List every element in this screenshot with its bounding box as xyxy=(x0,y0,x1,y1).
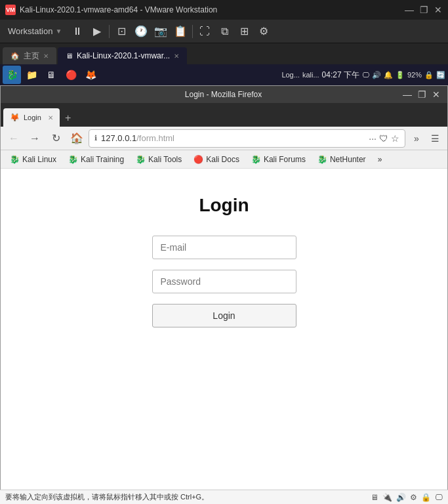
system-time: 04:27 下午 xyxy=(322,70,359,81)
kali-terminal-button[interactable]: 🖥 xyxy=(42,66,60,84)
forward-button[interactable]: → xyxy=(26,129,44,148)
ellipsis-btn[interactable]: ··· xyxy=(369,133,377,144)
kali-training-bm-label: Kali Training xyxy=(81,155,124,164)
more-button[interactable]: ⚙ xyxy=(255,22,273,41)
bookmark-kali-linux[interactable]: 🐉 Kali Linux xyxy=(5,154,62,165)
manage-snapshots-button[interactable]: 📷 xyxy=(152,22,170,41)
vmware-tabs: 🏠 主页 ✕ 🖥 Kali-Linux-2020.1-vmwar... ✕ xyxy=(0,43,448,64)
web-content: Login Login xyxy=(1,169,447,490)
bookmark-star[interactable]: ☆ xyxy=(391,133,399,144)
clone-button[interactable]: 📋 xyxy=(171,22,190,41)
firefox-restore[interactable]: ❐ xyxy=(416,89,428,100)
titlebar-controls: — ❐ ✕ xyxy=(405,5,443,14)
battery-icon: 🔋 xyxy=(396,71,405,79)
address-extra-icons: ··· 🛡 ☆ xyxy=(369,133,399,144)
nav-extra-buttons: » ☰ xyxy=(408,130,443,147)
kali-forums-bm-icon: 🐉 xyxy=(251,155,261,164)
kali-tools-bm-label: Kali Tools xyxy=(148,155,182,164)
status-display-icon: 🖵 xyxy=(435,493,443,502)
settings-button[interactable]: ⊞ xyxy=(235,22,253,41)
kali-linux-bm-label: Kali Linux xyxy=(22,155,56,164)
login-button[interactable]: Login xyxy=(152,304,296,327)
toolbar-sep-1 xyxy=(109,25,110,38)
minimize-button[interactable]: — xyxy=(405,5,414,14)
restore-button[interactable]: ❐ xyxy=(419,5,428,14)
login-heading: Login xyxy=(199,195,249,216)
nethunter-bm-label: NetHunter xyxy=(330,155,366,164)
hamburger-menu[interactable]: ☰ xyxy=(426,130,443,147)
firefox-tab-login[interactable]: 🦊 Login ✕ xyxy=(3,108,60,127)
email-input[interactable] xyxy=(152,236,296,259)
refresh-icon: 🔄 xyxy=(436,71,445,79)
kali-tab-icon: 🖥 xyxy=(66,52,73,60)
vmware-tab-home[interactable]: 🏠 主页 ✕ xyxy=(3,47,56,64)
kali-tab-close[interactable]: ✕ xyxy=(174,52,179,60)
pause-button[interactable]: ⏸ xyxy=(68,22,87,41)
login-tab-title: Login xyxy=(24,114,41,121)
reload-button[interactable]: ↻ xyxy=(47,129,65,148)
kali-training-bm-icon: 🐉 xyxy=(68,155,78,164)
firefox-titlebar: Login - Mozilla Firefox — ❐ ✕ xyxy=(1,86,447,103)
fullscreen-button[interactable]: ⛶ xyxy=(195,22,214,41)
kali-red-icon[interactable]: 🔴 xyxy=(62,66,80,84)
nethunter-bm-icon: 🐉 xyxy=(317,155,327,164)
snapshot-button[interactable]: 🕐 xyxy=(132,22,150,41)
unity-button[interactable]: ⧉ xyxy=(215,22,234,41)
home-tab-close[interactable]: ✕ xyxy=(43,52,49,60)
home-tab-label: 主页 xyxy=(24,51,39,62)
new-tab-button[interactable]: + xyxy=(60,110,76,127)
login-tab-close[interactable]: ✕ xyxy=(48,114,53,121)
kali-menu-button[interactable]: 🐉 xyxy=(3,66,21,84)
address-protocol: 127.0.0.1 xyxy=(101,133,136,143)
bookmarks-bar: 🐉 Kali Linux 🐉 Kali Training 🐉 Kali Tool… xyxy=(1,150,447,169)
more-bookmarks-button[interactable]: » xyxy=(373,154,388,165)
vmware-tab-kali[interactable]: 🖥 Kali-Linux-2020.1-vmwar... ✕ xyxy=(58,47,187,64)
status-audio-icon: 🔊 xyxy=(396,493,406,502)
taskbar-right: Log... kali... 04:27 下午 🖵 🔊 🔔 🔋 92% 🔒 🔄 xyxy=(281,70,445,81)
address-bar[interactable]: ℹ 127.0.0.1/form.html ··· 🛡 ☆ xyxy=(89,129,405,148)
password-input[interactable] xyxy=(152,270,296,293)
status-usb-icon: 🔌 xyxy=(382,493,392,502)
toolbar-sep-2 xyxy=(192,25,193,38)
shield-icon: 🛡 xyxy=(379,133,388,144)
close-button[interactable]: ✕ xyxy=(434,5,443,14)
bookmark-kali-training[interactable]: 🐉 Kali Training xyxy=(63,154,129,165)
status-bar: 要将输入定向到该虚拟机，请将鼠标指针移入其中或按 Ctrl+G。 🖥 🔌 🔊 ⚙… xyxy=(0,490,448,504)
status-network-icon: 🖥 xyxy=(371,493,378,502)
fit-guest-button[interactable]: ⊡ xyxy=(112,22,131,41)
bookmark-kali-forums[interactable]: 🐉 Kali Forums xyxy=(246,154,311,165)
bookmark-kali-docs[interactable]: 🔴 Kali Docs xyxy=(188,154,245,165)
bookmark-kali-tools[interactable]: 🐉 Kali Tools xyxy=(131,154,187,165)
extensions-button[interactable]: » xyxy=(408,130,425,147)
kali-docs-bm-label: Kali Docs xyxy=(206,155,239,164)
firefox-close[interactable]: ✕ xyxy=(430,89,442,100)
vmware-icon: VM xyxy=(5,5,16,15)
vmware-titlebar: VM Kali-Linux-2020.1-vmware-amd64 - VMwa… xyxy=(0,0,448,20)
display-icon: 🖵 xyxy=(362,71,369,79)
kali-label: kali... xyxy=(302,71,319,79)
status-settings-icon: ⚙ xyxy=(410,493,417,502)
firefox-taskbar-button[interactable]: 🦊 xyxy=(81,66,100,84)
play-button[interactable]: ▶ xyxy=(88,22,106,41)
lock-icon: 🔒 xyxy=(424,71,434,79)
info-icon: ℹ xyxy=(94,134,97,142)
workstation-label: Workstation xyxy=(8,26,52,36)
back-button[interactable]: ← xyxy=(5,129,23,148)
address-path: /form.html xyxy=(136,133,174,143)
notification-icon: 🔔 xyxy=(384,71,393,79)
audio-icon: 🔊 xyxy=(372,71,381,79)
kali-forums-bm-label: Kali Forums xyxy=(264,155,306,164)
login-tab-favicon: 🦊 xyxy=(10,113,20,122)
vmware-menubar: Workstation ▼ ⏸ ▶ ⊡ 🕐 📷 📋 ⛶ ⧉ ⊞ ⚙ xyxy=(0,20,448,43)
firefox-minimize[interactable]: — xyxy=(401,89,413,100)
kali-taskbar: 🐉 📁 🖥 🔴 🦊 Log... kali... 04:27 下午 🖵 🔊 🔔 … xyxy=(0,64,448,85)
status-message: 要将输入定向到该虚拟机，请将鼠标指针移入其中或按 Ctrl+G。 xyxy=(5,492,371,502)
login-container: Login Login xyxy=(60,195,388,327)
kali-files-button[interactable]: 📁 xyxy=(22,66,41,84)
bookmark-nethunter[interactable]: 🐉 NetHunter xyxy=(312,154,371,165)
home-button[interactable]: 🏠 xyxy=(68,129,86,148)
workstation-menu[interactable]: Workstation ▼ xyxy=(3,24,67,39)
status-icons: 🖥 🔌 🔊 ⚙ 🔒 🖵 xyxy=(371,493,443,502)
kali-linux-bm-icon: 🐉 xyxy=(10,155,20,164)
kali-tools-bm-icon: 🐉 xyxy=(136,155,146,164)
